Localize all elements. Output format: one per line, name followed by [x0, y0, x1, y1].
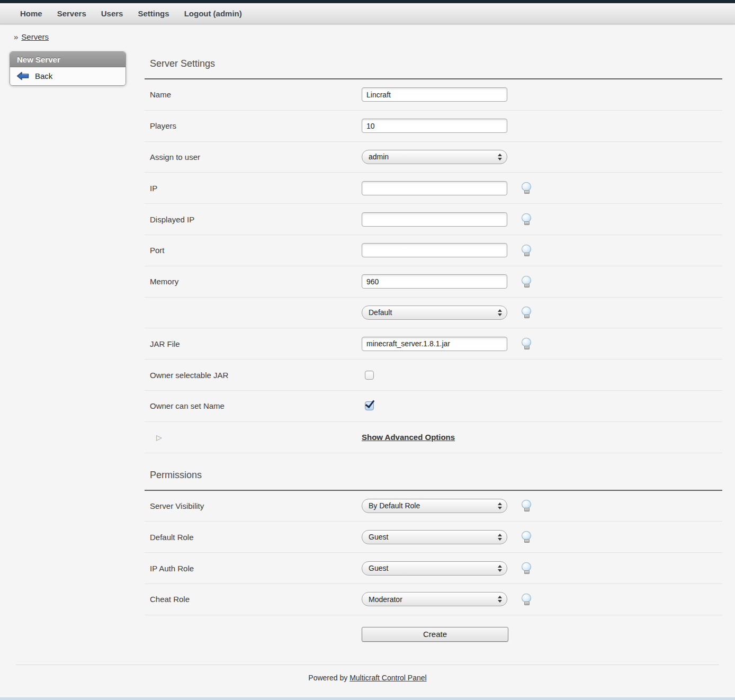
create-button[interactable]: Create: [362, 627, 508, 642]
show-advanced-options-link[interactable]: Show Advanced Options: [362, 433, 455, 442]
default-role-select[interactable]: Guest: [362, 530, 507, 544]
assign-to-user-select[interactable]: admin: [362, 150, 507, 164]
ip-input[interactable]: [362, 181, 507, 195]
back-label: Back: [35, 71, 52, 80]
row-ip-auth-role: IP Auth Role Guest: [145, 553, 722, 584]
footer: Powered by Multicraft Control Panel: [0, 674, 735, 682]
multicraft-link[interactable]: Multicraft Control Panel: [349, 674, 427, 682]
cheat-role-help-lightbulb-icon[interactable]: [521, 594, 532, 605]
port-label: Port: [145, 246, 362, 255]
row-memory: Memory: [145, 266, 722, 298]
ip-auth-role-select[interactable]: Guest: [362, 561, 507, 576]
server-visibility-label: Server Visibility: [145, 501, 362, 510]
row-displayed-ip: Displayed IP: [145, 204, 722, 235]
main-navbar: Home Servers Users Settings Logout (admi…: [0, 3, 735, 24]
nav-item-logout[interactable]: Logout (admin): [184, 9, 242, 18]
row-advanced-options: ▷ Show Advanced Options: [145, 422, 722, 453]
owner-selectable-jar-label: Owner selectable JAR: [145, 371, 362, 380]
memory-label: Memory: [145, 277, 362, 286]
main-content: Server Settings Name Players Assign to u…: [145, 51, 722, 653]
jar-file-help-lightbulb-icon[interactable]: [521, 338, 532, 349]
server-visibility-select[interactable]: By Default Role: [362, 499, 507, 513]
select-value: By Default Role: [369, 501, 420, 510]
back-arrow-icon: [16, 71, 29, 80]
name-label: Name: [145, 90, 362, 99]
name-input[interactable]: [362, 87, 507, 102]
jar-file-input[interactable]: [362, 337, 507, 351]
owner-can-set-name-checkbox[interactable]: [365, 401, 374, 410]
assign-to-user-label: Assign to user: [145, 152, 362, 161]
select-stepper-icon: [498, 596, 502, 603]
footer-divider: [16, 665, 719, 665]
owner-can-set-name-label: Owner can set Name: [145, 401, 362, 410]
server-visibility-help-lightbulb-icon[interactable]: [521, 500, 532, 511]
memory-help-lightbulb-icon[interactable]: [521, 276, 532, 288]
select-stepper-icon: [498, 154, 502, 160]
select-value: admin: [369, 152, 389, 161]
row-ip: IP: [145, 173, 722, 204]
select-stepper-icon: [498, 565, 502, 572]
port-help-lightbulb-icon[interactable]: [521, 245, 532, 256]
row-jar-preset: Default: [145, 298, 722, 329]
row-assign-to-user: Assign to user admin: [145, 142, 722, 173]
nav-item-settings[interactable]: Settings: [138, 9, 169, 18]
disclosure-triangle-icon[interactable]: ▷: [150, 433, 162, 442]
nav-item-users[interactable]: Users: [101, 9, 123, 18]
ip-auth-role-label: IP Auth Role: [145, 564, 362, 573]
row-owner-selectable-jar: Owner selectable JAR: [145, 360, 722, 391]
permissions-heading: Permissions: [145, 463, 722, 490]
select-stepper-icon: [498, 502, 502, 509]
ip-label: IP: [145, 184, 362, 193]
ip-auth-role-help-lightbulb-icon[interactable]: [521, 562, 532, 574]
default-role-help-lightbulb-icon[interactable]: [521, 531, 532, 543]
server-settings-heading: Server Settings: [145, 51, 722, 78]
select-value: Moderator: [369, 595, 402, 604]
row-default-role: Default Role Guest: [145, 522, 722, 553]
nav-item-home[interactable]: Home: [20, 9, 42, 18]
breadcrumb-servers-link[interactable]: Servers: [21, 32, 49, 41]
displayed-ip-label: Displayed IP: [145, 215, 362, 224]
port-input[interactable]: [362, 243, 507, 257]
nav-item-servers[interactable]: Servers: [57, 9, 86, 18]
jar-preset-select[interactable]: Default: [362, 306, 507, 320]
row-jar-file: JAR File: [145, 328, 722, 360]
displayed-ip-input[interactable]: [362, 212, 507, 227]
row-owner-can-set-name: Owner can set Name: [145, 391, 722, 422]
memory-input[interactable]: [362, 274, 507, 289]
cheat-role-label: Cheat Role: [145, 595, 362, 604]
select-stepper-icon: [498, 309, 502, 316]
players-input[interactable]: [362, 119, 507, 133]
select-stepper-icon: [498, 534, 502, 541]
row-players: Players: [145, 111, 722, 142]
default-role-label: Default Role: [145, 533, 362, 542]
row-port: Port: [145, 235, 722, 266]
jar-preset-help-lightbulb-icon[interactable]: [521, 307, 532, 318]
row-name: Name: [145, 79, 722, 111]
cheat-role-select[interactable]: Moderator: [362, 592, 507, 606]
breadcrumb: »Servers: [0, 24, 735, 51]
panel-body: Back: [10, 67, 126, 85]
back-button[interactable]: Back: [16, 71, 119, 80]
displayed-ip-help-lightbulb-icon[interactable]: [521, 213, 532, 225]
new-server-panel: New Server Back: [10, 51, 126, 86]
section-gap: [145, 453, 722, 463]
row-create: Create: [145, 615, 722, 653]
bottom-accent-bar: [0, 697, 735, 700]
jar-file-label: JAR File: [145, 339, 362, 348]
powered-by-text: Powered by: [308, 674, 347, 682]
owner-selectable-jar-checkbox[interactable]: [365, 371, 374, 380]
breadcrumb-marker: »: [14, 32, 18, 41]
select-value: Guest: [369, 533, 388, 541]
select-value: Default: [369, 308, 392, 317]
panel-title: New Server: [10, 52, 126, 67]
ip-help-lightbulb-icon[interactable]: [521, 182, 532, 194]
players-label: Players: [145, 121, 362, 130]
select-value: Guest: [369, 564, 388, 572]
row-cheat-role: Cheat Role Moderator: [145, 584, 722, 615]
row-server-visibility: Server Visibility By Default Role: [145, 491, 722, 522]
